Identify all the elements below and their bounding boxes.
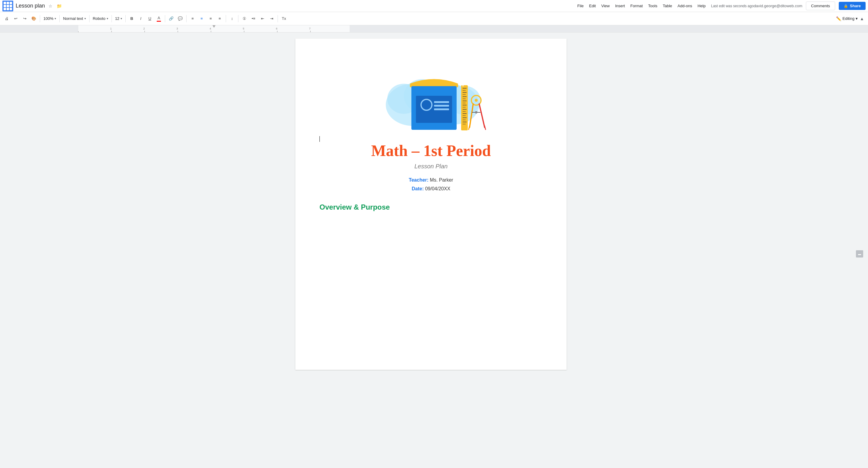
style-arrow: ▾ — [84, 17, 86, 20]
menu-insert[interactable]: Insert — [613, 2, 627, 9]
font-size-select[interactable]: 12 ▾ — [114, 14, 124, 23]
svg-rect-51 — [462, 85, 464, 87]
menu-view[interactable]: View — [599, 2, 612, 9]
bold-button[interactable]: B — [127, 14, 136, 23]
editing-mode-arrow: ▾ — [856, 16, 858, 21]
teacher-value[interactable]: Ms. Parker — [430, 177, 453, 182]
menu-bar: File Edit View Insert Format Tools Table… — [575, 2, 754, 9]
toolbar-collapse-button[interactable]: ▲ — [858, 15, 866, 22]
italic-button[interactable]: I — [136, 14, 145, 23]
google-apps-button[interactable] — [2, 1, 13, 11]
svg-rect-29 — [434, 101, 449, 103]
top-bar: Lesson plan ☆ 📁 File Edit View Insert Fo… — [0, 0, 868, 12]
clear-formatting-button[interactable]: Tx — [280, 14, 288, 23]
toolbar: 🖨 ↩ ↪ 🎨 100% ▾ Normal text ▾ Roboto ▾ 12… — [0, 12, 868, 25]
separator-1 — [40, 15, 40, 22]
svg-text:3: 3 — [176, 27, 178, 30]
separator-4 — [112, 15, 112, 22]
editing-mode-selector[interactable]: ✏️ Editing ▾ — [836, 16, 858, 21]
doc-subtitle[interactable]: Lesson Plan — [319, 163, 542, 170]
size-arrow: ▾ — [121, 17, 122, 20]
separator-5 — [125, 15, 126, 22]
decrease-indent-button[interactable]: ⇤ — [258, 14, 267, 23]
svg-text:6: 6 — [276, 27, 277, 30]
separator-6 — [165, 15, 165, 22]
top-right-area: david.george@ditoweb.com Comments 🔒 Shar… — [754, 1, 866, 10]
svg-rect-31 — [434, 108, 449, 110]
text-cursor — [319, 136, 320, 142]
svg-text:2: 2 — [143, 27, 145, 30]
comment-inline-button[interactable]: 💬 — [176, 14, 184, 23]
ruler-svg: 1 2 3 4 5 6 7 — [0, 25, 868, 32]
svg-text:4: 4 — [210, 27, 211, 30]
font-arrow: ▾ — [107, 17, 108, 20]
date-value[interactable]: 09/04/20XX — [425, 186, 450, 191]
menu-format[interactable]: Format — [628, 2, 645, 9]
undo-button[interactable]: ↩ — [11, 14, 20, 23]
document-area[interactable]: Math – 1st Period Lesson Plan Teacher: M… — [79, 33, 784, 468]
underline-button[interactable]: U — [146, 14, 154, 23]
ruler: 1 2 3 4 5 6 7 — [0, 25, 868, 33]
main-area: Math – 1st Period Lesson Plan Teacher: M… — [0, 33, 868, 468]
menu-help[interactable]: Help — [695, 2, 708, 9]
font-select[interactable]: Roboto ▾ — [91, 14, 110, 23]
align-left-button[interactable]: ≡ — [188, 14, 197, 23]
increase-indent-button[interactable]: ⇥ — [267, 14, 276, 23]
menu-addons[interactable]: Add-ons — [675, 2, 694, 9]
overview-section-title[interactable]: Overview & Purpose — [319, 203, 542, 211]
style-select[interactable]: Normal text ▾ — [61, 14, 87, 23]
separator-7 — [186, 15, 187, 22]
separator-10 — [278, 15, 278, 22]
svg-line-57 — [485, 126, 486, 130]
paint-format-button[interactable]: 🎨 — [30, 14, 38, 23]
teacher-label: Teacher: — [409, 177, 429, 182]
separator-9 — [238, 15, 239, 22]
user-email[interactable]: david.george@ditoweb.com — [754, 4, 802, 8]
justify-button[interactable]: ≡ — [216, 14, 224, 23]
pencil-icon: ✏️ — [836, 16, 841, 21]
svg-point-53 — [475, 99, 478, 102]
menu-table[interactable]: Table — [660, 2, 675, 9]
zoom-select[interactable]: 100% ▾ — [42, 14, 58, 23]
teacher-line: Teacher: Ms. Parker — [319, 176, 542, 185]
doc-title[interactable]: Lesson plan — [16, 3, 45, 9]
link-button[interactable]: 🔗 — [167, 14, 176, 23]
align-right-button[interactable]: ≡ — [207, 14, 215, 23]
document-page: Math – 1st Period Lesson Plan Teacher: M… — [296, 38, 567, 370]
date-label: Date: — [412, 186, 424, 191]
right-margin: ▬ — [784, 33, 868, 468]
doc-meta: Teacher: Ms. Parker Date: 09/04/20XX — [319, 176, 542, 193]
illustration-area — [319, 57, 542, 135]
share-button[interactable]: 🔒 Share — [839, 2, 866, 10]
star-icon[interactable]: ☆ — [47, 3, 54, 9]
date-line: Date: 09/04/20XX — [319, 185, 542, 193]
svg-point-59 — [475, 111, 477, 113]
svg-text:5: 5 — [243, 27, 244, 30]
menu-file[interactable]: File — [575, 2, 586, 9]
print-button[interactable]: 🖨 — [2, 14, 11, 23]
font-color-indicator — [157, 21, 161, 22]
redo-button[interactable]: ↪ — [21, 14, 29, 23]
font-color-button[interactable]: A — [155, 14, 163, 23]
align-center-button[interactable]: ≡ — [197, 14, 206, 23]
separator-3 — [89, 15, 90, 22]
separator-2 — [59, 15, 60, 22]
svg-text:7: 7 — [309, 27, 310, 30]
folder-icon[interactable]: 📁 — [56, 3, 63, 9]
menu-edit[interactable]: Edit — [587, 2, 598, 9]
separator-8 — [226, 15, 226, 22]
scrollbar-thumb[interactable]: ▬ — [856, 250, 863, 258]
comments-button[interactable]: Comments — [806, 1, 835, 10]
bulleted-list-button[interactable]: •≡ — [249, 14, 258, 23]
zoom-arrow: ▾ — [55, 17, 56, 20]
svg-rect-2 — [350, 25, 868, 32]
line-spacing-button[interactable]: ↕ — [228, 14, 236, 23]
svg-line-56 — [469, 126, 470, 130]
doc-main-title[interactable]: Math – 1st Period — [319, 142, 542, 159]
menu-tools[interactable]: Tools — [646, 2, 660, 9]
svg-text:1: 1 — [110, 27, 112, 30]
left-margin — [0, 33, 79, 468]
edu-illustration — [374, 57, 488, 135]
svg-rect-32 — [461, 85, 468, 130]
numbered-list-button[interactable]: ① — [240, 14, 249, 23]
